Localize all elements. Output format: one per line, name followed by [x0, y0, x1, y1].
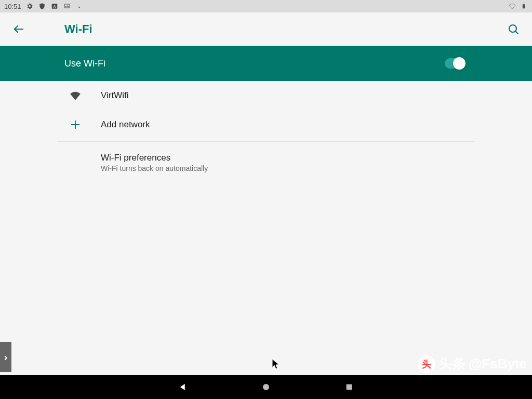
svg-rect-2 [64, 4, 70, 8]
drawer-handle[interactable]: › [0, 342, 11, 372]
svg-rect-4 [523, 4, 524, 4]
status-left: 10:51 A · [4, 2, 84, 10]
svg-rect-3 [523, 4, 525, 8]
status-bar: 10:51 A · [0, 0, 532, 12]
banner-label: Use Wi-Fi [64, 58, 105, 69]
wifi-toggle[interactable] [445, 58, 464, 69]
battery-icon [520, 2, 528, 10]
add-network-label: Add network [101, 119, 150, 130]
chevron-right-icon: › [4, 351, 8, 363]
toggle-thumb [453, 57, 466, 70]
svg-point-10 [263, 384, 269, 390]
status-time: 10:51 [4, 3, 21, 10]
image-box-icon [63, 2, 71, 10]
network-row[interactable]: VirtWifi [57, 81, 475, 110]
watermark: 头 头条 @FsByte [418, 355, 527, 373]
watermark-prefix: 头条 [438, 355, 466, 373]
preferences-title: Wi-Fi preferences [101, 153, 475, 163]
circle-icon [261, 382, 271, 392]
search-button[interactable] [505, 21, 522, 37]
status-right [508, 2, 528, 10]
nav-recent-button[interactable] [344, 382, 354, 392]
gear-icon [25, 2, 34, 10]
watermark-handle: @FsByte [469, 356, 527, 372]
mouse-cursor-icon [272, 358, 280, 370]
triangle-left-icon [178, 382, 188, 392]
settings-list: VirtWifi Add network Wi-Fi preferences W… [0, 81, 532, 181]
plus-icon [68, 119, 83, 130]
search-icon [507, 23, 520, 35]
svg-rect-11 [347, 384, 352, 390]
app-header: Wi-Fi [0, 12, 532, 46]
wifi-preferences-row[interactable]: Wi-Fi preferences Wi-Fi turns back on au… [57, 144, 475, 181]
page-title: Wi-Fi [64, 22, 92, 36]
nav-home-button[interactable] [261, 382, 271, 392]
preferences-subtitle: Wi-Fi turns back on automatically [101, 164, 475, 172]
svg-text:A: A [53, 5, 56, 8]
navigation-bar [0, 375, 532, 399]
dot-icon: · [75, 2, 84, 10]
wifi-icon [68, 89, 83, 102]
network-ssid: VirtWifi [101, 90, 129, 101]
shield-icon [38, 2, 46, 10]
square-icon [345, 383, 353, 391]
back-button[interactable] [10, 21, 27, 37]
watermark-logo: 头 [418, 355, 435, 373]
arrow-left-icon [12, 23, 25, 35]
nav-back-button[interactable] [178, 382, 188, 392]
letter-a-box-icon: A [50, 2, 59, 10]
section-divider [57, 141, 475, 142]
wifi-outline-icon [508, 2, 516, 10]
svg-line-7 [516, 32, 518, 34]
add-network-row[interactable]: Add network [57, 110, 475, 139]
wifi-toggle-banner: Use Wi-Fi [0, 46, 532, 81]
